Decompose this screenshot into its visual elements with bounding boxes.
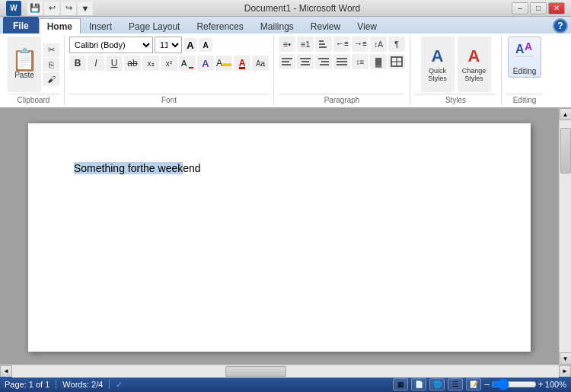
paste-label: Paste xyxy=(14,71,34,79)
undo-button[interactable]: ↩ xyxy=(44,2,59,15)
hscroll-track[interactable] xyxy=(12,365,559,378)
zoom-out-button[interactable]: – xyxy=(484,379,490,390)
tab-view[interactable]: View xyxy=(349,18,385,33)
tab-file[interactable]: File xyxy=(3,17,39,33)
font-shrink-button[interactable]: A xyxy=(199,38,212,52)
quick-styles-button[interactable]: A QuickStyles xyxy=(421,37,455,92)
selected-text-2: the week xyxy=(140,162,183,174)
line-spacing-button[interactable]: ↕≡ xyxy=(352,54,368,69)
editing-button[interactable]: A A Editing xyxy=(508,37,541,78)
statusbar-right: ▦ 📄 🌐 ☰ 📝 – + 100% xyxy=(393,378,566,390)
draft-button[interactable]: 📝 xyxy=(466,378,481,390)
word-icon: W xyxy=(6,1,21,16)
spelling-icon[interactable]: ✓ xyxy=(116,380,123,390)
paragraph-row1: ≡• ≡1 ←≡ →≡ ↕A xyxy=(279,37,405,52)
font-size-select[interactable]: 11 xyxy=(155,37,182,53)
zoom-in-button[interactable]: + xyxy=(538,379,544,390)
strikethrough-button[interactable]: ab xyxy=(124,56,141,71)
horizontal-scrollbar[interactable]: ◄ ► xyxy=(0,365,571,377)
vertical-scrollbar[interactable]: ▲ ▼ xyxy=(559,108,571,365)
copy-button[interactable]: ⎘ xyxy=(43,58,59,72)
zoom-slider[interactable] xyxy=(491,378,537,390)
full-reading-button[interactable]: 📄 xyxy=(411,378,426,390)
scroll-down-button[interactable]: ▼ xyxy=(560,352,572,365)
ribbon-content: 📋 Paste ✂ ⎘ 🖌 Clipboard Calibri (Body) xyxy=(0,33,571,108)
close-button[interactable]: ✕ xyxy=(548,2,565,14)
cut-button[interactable]: ✂ xyxy=(43,43,59,57)
document-text[interactable]: Something forthe weekend xyxy=(74,161,485,177)
scroll-up-button[interactable]: ▲ xyxy=(560,108,572,120)
bullets-button[interactable]: ≡• xyxy=(279,37,295,52)
underline-button[interactable]: U xyxy=(106,56,123,71)
tab-references[interactable]: References xyxy=(188,18,251,33)
font-group-label: Font xyxy=(69,94,269,104)
clipboard-group: 📋 Paste ✂ ⎘ 🖌 Clipboard xyxy=(3,35,65,106)
text-effects-button[interactable]: A xyxy=(197,56,214,71)
subscript-button[interactable]: x₂ xyxy=(142,56,159,71)
editing-group: A A Editing Editing xyxy=(502,35,547,106)
svg-text:A: A xyxy=(515,43,525,56)
statusbar-sep1 xyxy=(56,380,56,389)
text-after-selection: end xyxy=(183,162,200,174)
selected-text: Something for xyxy=(74,162,140,174)
clear-format-button[interactable]: A xyxy=(179,56,196,71)
document-page: Something forthe weekend xyxy=(28,123,531,352)
sort-button[interactable]: ↕A xyxy=(370,37,387,52)
font-grow-button[interactable]: A xyxy=(183,38,197,52)
justify-button[interactable] xyxy=(333,54,350,69)
web-layout-button[interactable]: 🌐 xyxy=(429,378,445,390)
window-title: Document1 - Microsoft Word xyxy=(93,3,512,14)
numbering-button[interactable]: ≡1 xyxy=(297,37,314,52)
paste-button[interactable]: 📋 Paste xyxy=(8,37,41,92)
align-left-button[interactable] xyxy=(279,54,295,69)
change-case-button[interactable]: Aa xyxy=(252,56,269,71)
help-button[interactable]: ? xyxy=(553,18,568,33)
scroll-thumb[interactable] xyxy=(560,128,571,174)
editing-group-label: Editing xyxy=(506,94,543,104)
print-layout-button[interactable]: ▦ xyxy=(393,378,408,390)
decrease-indent-button[interactable]: ←≡ xyxy=(333,37,350,52)
superscript-button[interactable]: x² xyxy=(161,56,177,71)
format-painter-button[interactable]: 🖌 xyxy=(43,72,59,86)
shading-button[interactable]: ▓ xyxy=(370,54,387,69)
bold-button[interactable]: B xyxy=(69,56,86,71)
statusbar: Page: 1 of 1 Words: 2/4 ✓ ▦ 📄 🌐 ☰ 📝 – + … xyxy=(0,377,571,392)
hscroll-right-button[interactable]: ► xyxy=(559,365,571,378)
font-color-button[interactable]: A xyxy=(234,56,250,71)
quick-styles-label: QuickStyles xyxy=(428,67,447,82)
show-hide-button[interactable]: ¶ xyxy=(388,37,405,52)
tab-insert[interactable]: Insert xyxy=(81,18,120,33)
paste-icon: 📋 xyxy=(11,49,38,71)
paragraph-group: ≡• ≡1 ←≡ →≡ ↕A xyxy=(274,35,410,106)
borders-button[interactable] xyxy=(388,54,405,69)
align-center-button[interactable] xyxy=(297,54,314,69)
minimize-button[interactable]: – xyxy=(512,2,528,14)
increase-indent-button[interactable]: →≡ xyxy=(352,37,368,52)
align-right-button[interactable] xyxy=(315,54,332,69)
maximize-button[interactable]: □ xyxy=(530,2,547,14)
ribbon-tabs: File Home Insert Page Layout References … xyxy=(0,17,571,33)
multilevel-button[interactable] xyxy=(315,37,332,52)
tab-home[interactable]: Home xyxy=(39,18,81,33)
hscroll-thumb[interactable] xyxy=(225,366,286,377)
tab-page-layout[interactable]: Page Layout xyxy=(120,18,188,33)
window-controls: – □ ✕ xyxy=(512,2,565,14)
italic-button[interactable]: I xyxy=(88,56,104,71)
tab-review[interactable]: Review xyxy=(302,18,349,33)
change-styles-button[interactable]: A ChangeStyles xyxy=(458,37,491,92)
customize-qa-button[interactable]: ▼ xyxy=(78,2,93,15)
save-button[interactable]: 💾 xyxy=(27,2,43,15)
quickaccess-toolbar: 💾 ↩ ↪ ▼ xyxy=(27,2,93,15)
outline-button[interactable]: ☰ xyxy=(448,378,463,390)
font-group: Calibri (Body) 11 A A B I U ab x₂ x² xyxy=(65,35,274,106)
font-name-select[interactable]: Calibri (Body) xyxy=(69,37,153,53)
word-count: Words: 2/4 xyxy=(62,380,103,389)
zoom-level: 100% xyxy=(545,380,566,389)
paragraph-row2: ↕≡ ▓ xyxy=(279,54,405,69)
scroll-track[interactable] xyxy=(560,120,572,352)
hscroll-left-button[interactable]: ◄ xyxy=(0,365,12,378)
tab-mailings[interactable]: Mailings xyxy=(252,18,302,33)
redo-button[interactable]: ↪ xyxy=(61,2,76,15)
highlight-button[interactable]: A▬ xyxy=(215,56,232,71)
clipboard-group-label: Clipboard xyxy=(8,94,59,104)
